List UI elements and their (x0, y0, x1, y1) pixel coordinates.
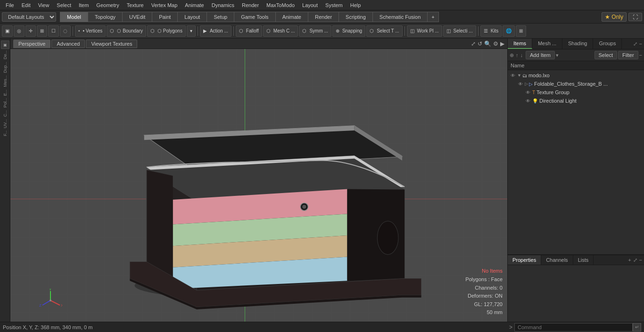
tool-transform[interactable]: ⊞ (37, 25, 47, 37)
tree-item-texture-group[interactable]: 👁 T Texture Group (508, 88, 644, 97)
add-item-dropdown-icon[interactable]: ▾ (556, 52, 559, 58)
tool-kits[interactable]: ☰Kits (480, 25, 502, 37)
tab-topology[interactable]: Topology (88, 12, 122, 22)
menu-edit[interactable]: Edit (18, 1, 34, 9)
menu-maxtomodo[interactable]: MaxToModo (263, 1, 298, 9)
tool-polygons[interactable]: ⬡⬡ Polygons (147, 25, 186, 37)
tab-setup[interactable]: Setup (206, 12, 234, 22)
tool-vertices[interactable]: •• Vertices (75, 25, 106, 37)
menu-item[interactable]: Item (75, 1, 92, 9)
tool-box[interactable]: ☐ (48, 25, 59, 37)
menu-file[interactable]: File (2, 1, 18, 9)
label-directional-light: Directional Light (539, 98, 577, 104)
menu-texture[interactable]: Texture (123, 1, 148, 9)
tab-mesh[interactable]: Mesh ... (532, 39, 562, 49)
arrow-modo: ▼ (517, 73, 521, 78)
viewport-icon-play[interactable]: ▶ (500, 40, 504, 47)
tab-items[interactable]: Items (508, 39, 532, 49)
tool-circle[interactable]: ◌ (60, 25, 71, 37)
tool-globe[interactable]: 🌐 (503, 25, 515, 37)
tool-action[interactable]: ▶Action ... (200, 25, 231, 37)
eye-icon-foldable[interactable]: 👁 (517, 81, 524, 87)
tab-render[interactable]: Render (308, 12, 339, 22)
tool-snapping[interactable]: ⊕Snapping (332, 25, 365, 37)
tab-shading[interactable]: Shading (562, 39, 593, 49)
top-right-buttons: ★ Only ⛶ (602, 12, 642, 22)
tab-animate[interactable]: Animate (275, 12, 308, 22)
menu-system[interactable]: System (322, 1, 347, 9)
tool-cursor[interactable]: ✛ (25, 25, 36, 37)
tab-add[interactable]: + (427, 12, 438, 22)
tool-symm[interactable]: ⬡Symm ... (299, 25, 331, 37)
prop-collapse-icon[interactable]: − (639, 257, 642, 263)
add-item-button[interactable]: Add Item (526, 51, 555, 59)
command-input[interactable] (514, 323, 633, 332)
viewport-tab-perspective[interactable]: Perspective (13, 40, 50, 48)
menu-layout[interactable]: Layout (298, 1, 322, 9)
viewport[interactable]: No Items Polygons : Face Channels: 0 Def… (10, 49, 507, 322)
tool-sphere[interactable]: ◎ (14, 25, 25, 37)
command-go-button[interactable]: ↵ (633, 323, 641, 332)
tab-groups[interactable]: Groups (593, 39, 622, 49)
select-button[interactable]: Select (594, 51, 618, 59)
layout-dropdown[interactable]: Default Layouts (2, 12, 56, 22)
menu-dynamics[interactable]: Dynamics (208, 1, 238, 9)
viewport-icon-search[interactable]: 🔍 (484, 40, 491, 47)
tab-gametools[interactable]: Game Tools (234, 12, 275, 22)
menu-select[interactable]: Select (53, 1, 75, 9)
menu-help[interactable]: Help (347, 1, 365, 9)
items-minus-icon[interactable]: − (639, 52, 642, 58)
menu-view[interactable]: View (34, 1, 53, 9)
tool-workpl[interactable]: ◫Work Pl ... (407, 25, 442, 37)
tab-properties[interactable]: Properties (508, 255, 541, 265)
tab-uvedit[interactable]: UVEdit (122, 12, 152, 22)
sidebar-btn-1[interactable]: ▣ (1, 40, 9, 49)
viewport-icons: ⤢ ↺ 🔍 ⚙ ▶ (471, 40, 504, 47)
tab-lists[interactable]: Lists (573, 255, 594, 265)
prop-plus-icon[interactable]: + (628, 257, 631, 263)
only-button[interactable]: ★ Only (602, 12, 627, 22)
tree-item-directional-light[interactable]: 👁 💡 Directional Light (508, 97, 644, 105)
tree-item-foldable[interactable]: 👁 ▷ ▷ Foldable_Clothes_Storage_B ... (508, 80, 644, 88)
menu-animate[interactable]: Animate (181, 1, 207, 9)
tool-falloff[interactable]: ⬡Falloff (236, 25, 262, 37)
tab-paint[interactable]: Paint (152, 12, 177, 22)
eye-icon-light[interactable]: 👁 (525, 97, 531, 104)
menu-geometry[interactable]: Geometry (92, 1, 123, 9)
tool-selecti[interactable]: ◫Selecti ... (443, 25, 476, 37)
tool-select-mode[interactable]: ▣ (2, 25, 13, 37)
svg-point-27 (50, 300, 51, 301)
tab-schematicfusion[interactable]: Schematic Fusion (372, 12, 427, 22)
eye-icon-texture[interactable]: 👁 (525, 89, 531, 96)
layout-bar: Default Layouts Model Topology UVEdit Pa… (0, 10, 644, 24)
tab-scripting[interactable]: Scripting (339, 12, 372, 22)
tool-selectt[interactable]: ⬡Select T ... (366, 25, 402, 37)
menu-vertexmap[interactable]: Vertex Map (148, 1, 182, 9)
viewport-tab-advanced[interactable]: Advanced (51, 40, 85, 48)
tool-dropdown[interactable]: ▾ (187, 25, 196, 37)
expand-button[interactable]: ⛶ (628, 13, 642, 21)
viewport-icon-settings[interactable]: ⚙ (493, 40, 498, 47)
prop-expand-icon[interactable]: ⤢ (633, 257, 637, 263)
items-tool-eye[interactable]: ⊕ (510, 52, 514, 58)
viewport-tab-textures[interactable]: Viewport Textures (86, 40, 137, 48)
tool-meshc[interactable]: ⬡Mesh C ... (263, 25, 298, 37)
eye-icon-modo[interactable]: 👁 (510, 72, 516, 79)
tool-layout2[interactable]: ⊞ (516, 25, 526, 37)
items-collapse-icon[interactable]: − (639, 41, 642, 47)
tab-model[interactable]: Model (60, 12, 88, 22)
status-no-items: No Items (465, 267, 503, 275)
tab-layout[interactable]: Layout (177, 12, 206, 22)
items-expand-icon[interactable]: ⤢ (633, 41, 637, 47)
items-tool-down[interactable]: ↓ (520, 52, 523, 58)
filter-button[interactable]: Filter (618, 51, 638, 59)
tab-channels[interactable]: Channels (541, 255, 573, 265)
tool-boundary[interactable]: ⬡⬡ Boundary (107, 25, 146, 37)
viewport-icon-expand[interactable]: ⤢ (471, 40, 476, 47)
menu-render[interactable]: Render (238, 1, 263, 9)
viewport-icon-refresh[interactable]: ↺ (478, 40, 482, 47)
sidebar-label-f: F... (3, 130, 8, 137)
tree-item-modo-lxo[interactable]: 👁 ▼ 🗂 modo.lxo (508, 71, 644, 80)
toolbar-sep-2 (198, 26, 198, 36)
items-tool-up[interactable]: ↑ (516, 52, 519, 58)
